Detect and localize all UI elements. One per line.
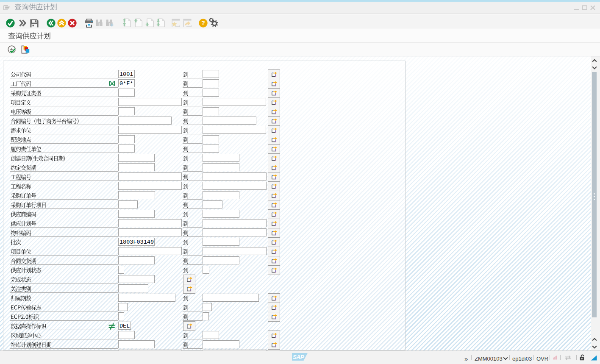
svg-text:?: ? [201,19,205,26]
svg-text:SAP: SAP [293,354,305,360]
